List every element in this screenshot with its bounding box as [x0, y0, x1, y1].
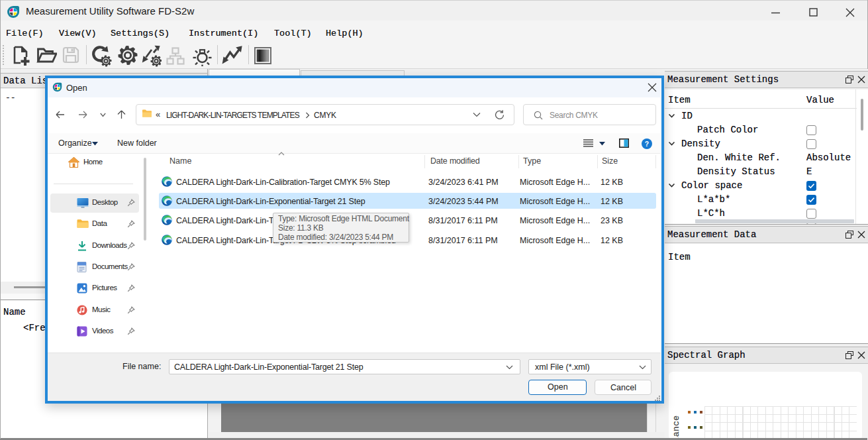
svg-text:?: ?	[645, 140, 649, 148]
